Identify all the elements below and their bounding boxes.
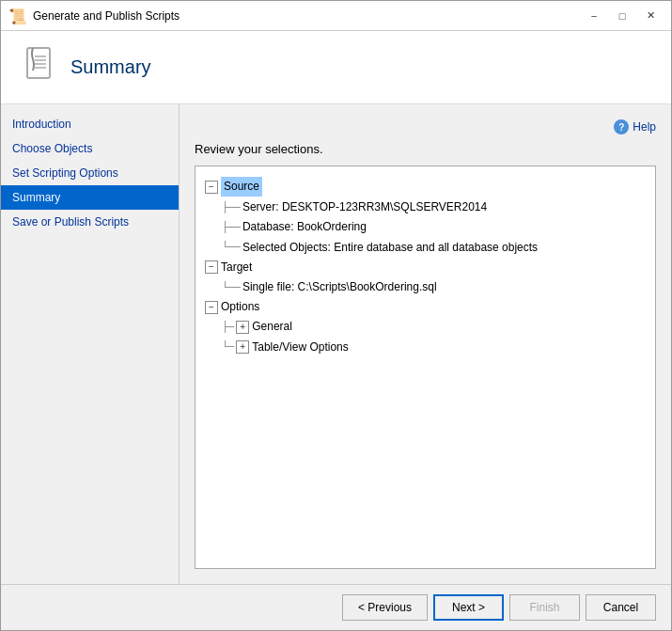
sidebar-item-choose-objects[interactable]: Choose Objects [1, 136, 179, 161]
selected-objects-row: └── Selected Objects: Entire database an… [222, 238, 646, 258]
footer: < Previous Next > Finish Cancel [1, 584, 671, 630]
general-row: ├─ + General [222, 317, 646, 337]
close-button[interactable]: ✕ [637, 7, 664, 25]
header-icon [20, 44, 57, 90]
main-content: Introduction Choose Objects Set Scriptin… [1, 104, 671, 584]
target-node: − Target └── Single file: C:\Scripts\Boo… [205, 258, 646, 297]
options-row: − Options [205, 297, 646, 317]
server-label: Server: DESKTOP-123RR3M\SQLSERVER2014 [242, 198, 487, 216]
cancel-button[interactable]: Cancel [586, 594, 656, 621]
content-area: ? Help Review your selections. − Source … [180, 104, 671, 584]
review-label: Review your selections. [195, 142, 656, 156]
sidebar-item-set-scripting-options[interactable]: Set Scripting Options [1, 161, 179, 185]
source-node: − Source ├── Server: DESKTOP-123RR3M\SQL… [205, 176, 646, 258]
single-file-label: Single file: C:\Scripts\BookOrdering.sql [242, 278, 437, 296]
sidebar-item-save-publish-scripts[interactable]: Save or Publish Scripts [1, 210, 179, 234]
table-view-connector: └─ [222, 339, 234, 355]
single-file-connector: └── [222, 279, 241, 296]
general-toggle[interactable]: + [236, 321, 249, 334]
window-controls: − □ ✕ [581, 7, 664, 25]
window-icon: 📜 [8, 8, 25, 24]
help-label: Help [633, 120, 656, 134]
source-children: ├── Server: DESKTOP-123RR3M\SQLSERVER201… [222, 197, 646, 258]
next-button[interactable]: Next > [433, 594, 504, 621]
server-row: ├── Server: DESKTOP-123RR3M\SQLSERVER201… [222, 197, 646, 217]
single-file-row: └── Single file: C:\Scripts\BookOrdering… [222, 277, 646, 297]
finish-button[interactable]: Finish [509, 594, 580, 621]
maximize-button[interactable]: □ [609, 7, 635, 25]
table-view-row: └─ + Table/View Options [222, 338, 646, 357]
main-window: 📜 Generate and Publish Scripts − □ ✕ Sum… [0, 0, 672, 631]
table-view-label: Table/View Options [252, 339, 349, 356]
target-label: Target [221, 259, 252, 276]
server-connector: ├── [222, 199, 241, 216]
general-connector: ├─ [222, 319, 234, 336]
svg-rect-0 [27, 48, 50, 78]
window-title: Generate and Publish Scripts [33, 9, 581, 23]
selected-objects-label: Selected Objects: Entire database and al… [242, 239, 538, 257]
target-row: − Target [205, 258, 646, 277]
options-node: − Options ├─ + General └─ + Table/View O… [205, 297, 646, 357]
table-view-toggle[interactable]: + [236, 340, 249, 354]
target-toggle[interactable]: − [205, 260, 218, 274]
target-children: └── Single file: C:\Scripts\BookOrdering… [222, 277, 646, 297]
minimize-button[interactable]: − [581, 7, 607, 25]
database-row: ├── Database: BookOrdering [222, 217, 646, 237]
title-bar: 📜 Generate and Publish Scripts − □ ✕ [1, 1, 671, 31]
source-row: − Source [205, 176, 646, 197]
sidebar-item-summary[interactable]: Summary [1, 185, 179, 210]
selected-objects-connector: └── [222, 239, 241, 256]
source-toggle[interactable]: − [205, 181, 218, 194]
header: Summary [1, 31, 671, 104]
options-label: Options [221, 298, 259, 316]
source-label: Source [221, 177, 262, 197]
page-title: Summary [70, 56, 151, 78]
previous-button[interactable]: < Previous [342, 594, 428, 621]
options-toggle[interactable]: − [205, 301, 218, 314]
general-label: General [252, 318, 292, 336]
help-button[interactable]: ? Help [614, 119, 656, 134]
sidebar-item-introduction[interactable]: Introduction [1, 112, 179, 136]
sidebar: Introduction Choose Objects Set Scriptin… [1, 104, 180, 584]
database-connector: ├── [222, 219, 241, 236]
help-icon: ? [614, 119, 629, 134]
database-label: Database: BookOrdering [242, 218, 367, 236]
options-children: ├─ + General └─ + Table/View Options [222, 317, 646, 356]
help-row: ? Help [195, 119, 656, 134]
tree-panel: − Source ├── Server: DESKTOP-123RR3M\SQL… [195, 166, 656, 569]
